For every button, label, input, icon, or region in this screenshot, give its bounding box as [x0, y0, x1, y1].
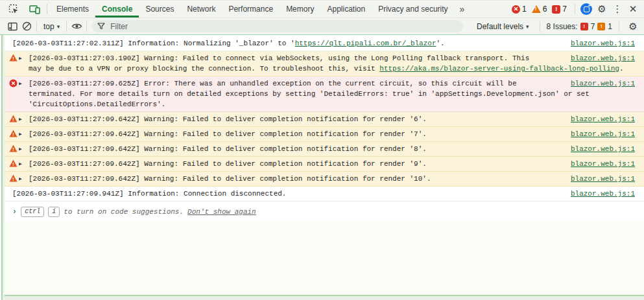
source-link[interactable]: blazor.web.js:1: [571, 38, 635, 49]
more-tabs-icon[interactable]: »: [455, 1, 470, 17]
execution-context-selector[interactable]: top ▾: [40, 22, 64, 31]
warning-icon: !: [9, 130, 18, 138]
tab-elements[interactable]: Elements: [50, 1, 95, 17]
error-count-badge[interactable]: ✕ 1: [512, 5, 527, 14]
error-icon: [9, 79, 18, 87]
expand-arrow-icon[interactable]: ▶: [19, 174, 22, 183]
tab-privacy-and-security[interactable]: Privacy and security: [372, 1, 454, 17]
warning-count-badge[interactable]: 6: [532, 5, 547, 14]
expand-arrow-icon[interactable]: ▶: [19, 159, 22, 168]
console-toolbar: top ▾ Default levels ▾ 8 Issues:: [0, 18, 644, 35]
svg-text:!: !: [12, 56, 15, 62]
expand-arrow-icon[interactable]: ▶: [19, 79, 22, 88]
log-levels-selector[interactable]: Default levels ▾: [473, 22, 533, 31]
context-label: top: [43, 22, 54, 31]
filter-input[interactable]: [109, 21, 458, 32]
warning-icon: !: [9, 115, 18, 123]
warning-icon: !: [9, 159, 18, 168]
source-link[interactable]: blazor.web.js:1: [571, 174, 635, 184]
warning-icon: [532, 5, 541, 13]
prompt-chevron-icon: ›: [12, 206, 16, 218]
error-icon: ✕: [512, 5, 520, 14]
divider: [36, 21, 37, 32]
svg-text:!: !: [12, 132, 15, 137]
message-text: [2026-03-03T11:27:09.642Z] Warning: Fail…: [29, 144, 638, 154]
tab-application[interactable]: Application: [320, 1, 372, 17]
console-message-warning: ! ▶ blazor.web.js:1 [2026-03-03T11:27:09…: [5, 172, 644, 187]
console-message-warning: ! ▶ blazor.web.js:1 [2026-03-03T11:27:03…: [5, 51, 644, 76]
issues-count: 7: [562, 5, 567, 14]
issues-link[interactable]: 8 Issues: ! 7 ! 1: [547, 22, 612, 31]
i-key-hint: i: [48, 207, 60, 217]
console-message-warning: ! ▶ blazor.web.js:1 [2026-03-03T11:27:09…: [5, 157, 644, 172]
filter-box[interactable]: [92, 20, 463, 32]
source-link[interactable]: blazor.web.js:1: [571, 129, 635, 139]
source-link[interactable]: blazor.web.js:1: [571, 114, 635, 124]
console-message-warning: ! ▶ blazor.web.js:1 [2026-03-03T11:27:09…: [5, 112, 644, 127]
divider: [47, 4, 47, 14]
tab-network[interactable]: Network: [180, 1, 222, 17]
divider: [66, 21, 67, 32]
levels-label: Default levels: [477, 22, 523, 31]
warning-icon: !: [9, 144, 18, 153]
source-link[interactable]: blazor.web.js:1: [571, 53, 635, 63]
issues-label: 8 Issues:: [547, 22, 578, 31]
console-prompt[interactable]: › ctrl i to turn on code suggestions. Do…: [5, 202, 644, 221]
expand-arrow-icon[interactable]: ▶: [19, 144, 22, 154]
close-devtools-icon[interactable]: ✕: [626, 2, 640, 16]
ctrl-key-hint: ctrl: [21, 207, 44, 217]
svg-text:!: !: [12, 117, 15, 122]
issues-red-count: 7: [591, 22, 595, 31]
console-message-warning: ! ▶ blazor.web.js:1 [2026-03-03T11:27:09…: [5, 127, 644, 142]
tab-performance[interactable]: Performance: [222, 1, 280, 17]
console-empty-area[interactable]: [5, 221, 644, 295]
inspect-element-icon[interactable]: [6, 2, 21, 16]
source-link[interactable]: blazor.web.js:1: [571, 144, 635, 154]
settings-gear-icon[interactable]: ⚙: [595, 2, 609, 16]
warning-icon: !: [9, 54, 18, 62]
console-left-frame: [0, 35, 5, 300]
filter-funnel-icon: [97, 23, 105, 30]
svg-text:!: !: [12, 161, 15, 167]
expand-arrow-icon[interactable]: ▶: [19, 130, 22, 139]
divider: [575, 4, 575, 14]
console-message-warning: ! ▶ blazor.web.js:1 [2026-03-03T11:27:09…: [5, 142, 644, 157]
warning-count: 6: [543, 5, 547, 14]
issues-orange-icon: !: [597, 23, 605, 30]
kebab-menu-icon[interactable]: ⋮: [610, 2, 625, 16]
ai-assistance-icon[interactable]: [579, 2, 593, 16]
issues-orange-count: 1: [608, 22, 612, 31]
clear-console-icon[interactable]: [19, 19, 34, 34]
source-link[interactable]: blazor.web.js:1: [571, 189, 635, 199]
message-text: [2026-03-03T11:27:09.642Z] Warning: Fail…: [29, 159, 638, 169]
svg-text:!: !: [12, 176, 15, 182]
dont-show-again-link[interactable]: Don't show again: [187, 207, 256, 217]
issues-red-icon: !: [580, 23, 588, 30]
issues-icon: !: [552, 5, 560, 14]
expand-arrow-icon[interactable]: ▶: [19, 54, 22, 63]
console-settings-gear-icon[interactable]: ⚙: [626, 19, 640, 34]
tab-sources[interactable]: Sources: [139, 1, 180, 17]
message-text: [2026-03-03T11:27:09.625Z] Error: There …: [29, 78, 638, 110]
issues-count-badge[interactable]: ! 7: [552, 5, 567, 14]
create-live-expression-eye-icon[interactable]: [69, 19, 84, 34]
device-toolbar-icon[interactable]: [27, 2, 42, 16]
error-count: 1: [522, 5, 527, 14]
tab-console[interactable]: Console: [95, 1, 139, 17]
divider: [619, 21, 619, 32]
message-url-link[interactable]: https://qlt.pipali.com.br/_blazor: [295, 40, 436, 47]
svg-text:!: !: [12, 146, 15, 152]
source-link[interactable]: blazor.web.js:1: [571, 78, 635, 89]
chevron-down-icon: ▾: [57, 23, 60, 30]
message-text: [2026-03-03T11:27:02.311Z] Information: …: [12, 40, 445, 47]
tab-memory[interactable]: Memory: [280, 1, 320, 17]
code-suggestions-hint: to turn on code suggestions.: [64, 207, 184, 217]
expand-arrow-icon[interactable]: ▶: [19, 115, 22, 124]
message-text: [2026-03-03T11:27:09.642Z] Warning: Fail…: [29, 174, 638, 184]
console-bottom-frame: [5, 295, 644, 300]
console-sidebar-toggle-icon[interactable]: [5, 19, 19, 34]
chevron-down-icon: ▾: [526, 23, 529, 30]
message-url-link[interactable]: https://aka.ms/blazor-server-using-fallb…: [379, 65, 619, 73]
source-link[interactable]: blazor.web.js:1: [571, 159, 635, 169]
divider: [540, 21, 540, 32]
